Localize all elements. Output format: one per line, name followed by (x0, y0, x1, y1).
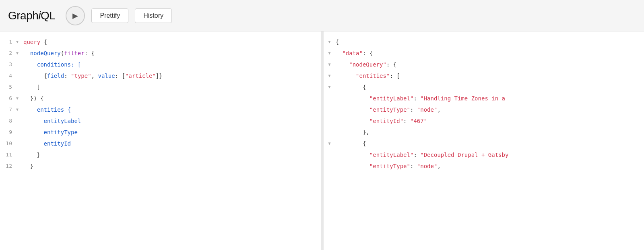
line-number: 7 (0, 104, 16, 115)
line-content: entities { (22, 104, 321, 115)
result-line: ▼{ (324, 36, 644, 48)
code-token: ]} (156, 73, 163, 79)
line-content: entityId (22, 138, 321, 149)
line-content: }) { (22, 93, 321, 104)
editor-line: 2▼ nodeQuery(filter: { (0, 48, 321, 59)
fold-arrow[interactable]: ▼ (328, 59, 334, 70)
result-line: "entityType": "node", (324, 104, 644, 115)
editor-panel[interactable]: 1▼query {2▼ nodeQuery(filter: {3 conditi… (0, 31, 321, 250)
result-line: "entityId": "467" (324, 115, 644, 127)
fold-arrow[interactable]: ▼ (328, 81, 334, 93)
code-token: "entityId" (369, 118, 403, 124)
result-content: { (334, 138, 644, 149)
code-token: ] (23, 84, 40, 90)
code-token: "data" (342, 50, 363, 56)
code-token: : (403, 118, 410, 124)
prettify-button[interactable]: Prettify (91, 8, 128, 23)
fold-arrow[interactable]: ▼ (16, 104, 22, 115)
editor-code: 1▼query {2▼ nodeQuery(filter: {3 conditi… (0, 31, 321, 177)
code-token: field (47, 73, 64, 79)
code-token: : (413, 95, 420, 102)
line-number: 3 (0, 59, 16, 70)
run-button[interactable]: ▶ (66, 6, 85, 25)
code-token: "467" (410, 118, 427, 124)
result-line: ▼ "nodeQuery": { (324, 59, 644, 70)
line-content: entityType (22, 127, 321, 138)
result-line: "entityType": "node", (324, 160, 644, 172)
code-token: }) { (23, 95, 44, 102)
fold-arrow[interactable]: ▼ (328, 48, 334, 59)
fold-arrow[interactable]: ▼ (328, 138, 334, 149)
code-token: "type" (71, 73, 91, 79)
code-token: } (23, 163, 33, 169)
code-token: { (336, 39, 339, 45)
fold-arrow[interactable]: ▼ (328, 70, 334, 81)
code-token: { (40, 39, 47, 45)
code-token: : (413, 152, 420, 158)
line-number: 12 (0, 160, 16, 172)
line-number: 10 (0, 138, 16, 149)
line-number: 2 (0, 48, 16, 59)
code-token: "nodeQuery" (349, 61, 386, 68)
code-token: } (23, 152, 40, 158)
line-content: nodeQuery(filter: { (22, 48, 321, 59)
code-token: entityLabel (23, 118, 81, 124)
code-token: nodeQuery (23, 50, 61, 56)
code-token: ( (61, 50, 64, 56)
app-title: GraphiQL (8, 9, 55, 22)
line-number: 4 (0, 70, 16, 81)
fold-arrow[interactable]: ▼ (16, 48, 22, 59)
result-line: ▼ "data": { (324, 48, 644, 59)
editor-line: 8 entityLabel (0, 115, 321, 127)
toolbar: GraphiQL ▶ Prettify History (0, 0, 644, 31)
result-content: }, (334, 127, 644, 138)
editor-line: 11 } (0, 149, 321, 160)
editor-line: 3 conditions: [ (0, 59, 321, 70)
result-content: "entityId": "467" (334, 115, 644, 127)
result-panel[interactable]: ▼{▼ "data": {▼ "nodeQuery": {▼ "entities… (324, 31, 644, 250)
code-token: filter (64, 50, 85, 56)
code-token: : [ (115, 73, 125, 79)
line-content: } (22, 160, 321, 172)
editor-line: 10 entityId (0, 138, 321, 149)
line-number: 8 (0, 115, 16, 127)
editor-line: 7▼ entities { (0, 104, 321, 115)
line-content: {field: "type", value: ["article"]} (22, 70, 321, 81)
history-button[interactable]: History (135, 8, 172, 23)
fold-arrow[interactable]: ▼ (16, 93, 22, 104)
code-token: : (410, 163, 417, 169)
code-token: : [ (390, 73, 400, 79)
code-token: }, (363, 129, 369, 135)
line-number: 1 (0, 36, 16, 48)
result-line: }, (324, 127, 644, 138)
code-token: : { (363, 50, 373, 56)
code-token: : { (386, 61, 396, 68)
result-content: "entityType": "node", (334, 160, 644, 172)
main-area: 1▼query {2▼ nodeQuery(filter: {3 conditi… (0, 31, 644, 250)
result-line: ▼ { (324, 138, 644, 149)
code-token: "entityLabel" (369, 95, 414, 102)
code-token: query (23, 39, 40, 45)
result-line: ▼ { (324, 81, 644, 93)
result-content: "entityType": "node", (334, 104, 644, 115)
code-token: "node" (417, 106, 438, 113)
fold-arrow[interactable]: ▼ (16, 36, 22, 48)
editor-line: 9 entityType (0, 127, 321, 138)
editor-line: 1▼query { (0, 36, 321, 48)
editor-line: 4 {field: "type", value: ["article"]} (0, 70, 321, 81)
code-token: , (437, 163, 440, 169)
line-number: 6 (0, 93, 16, 104)
code-token: value (98, 73, 115, 79)
code-token: entityId (23, 140, 71, 147)
code-token: "article" (125, 73, 156, 79)
code-token: "entityType" (369, 163, 410, 169)
editor-line: 12 } (0, 160, 321, 172)
line-content: entityLabel (22, 115, 321, 127)
result-content: { (334, 36, 644, 48)
result-code: ▼{▼ "data": {▼ "nodeQuery": {▼ "entities… (324, 31, 644, 177)
fold-arrow[interactable]: ▼ (328, 36, 334, 48)
result-line: "entityLabel": "Decoupled Drupal + Gatsb… (324, 149, 644, 160)
code-token: { (363, 84, 366, 90)
result-content: "data": { (334, 48, 644, 59)
code-token: : (64, 73, 71, 79)
